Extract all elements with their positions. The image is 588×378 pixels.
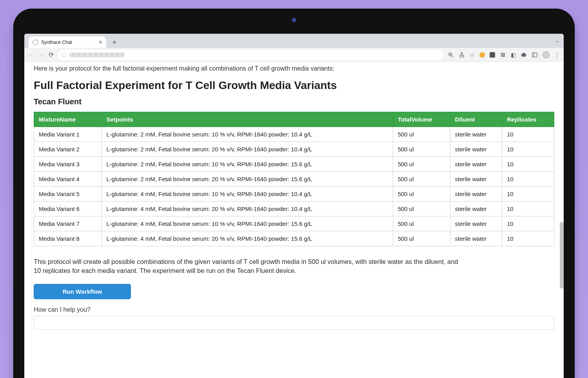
- cell-replicates: 10: [502, 142, 554, 157]
- cell-setpoints: L-glutamine: 4 mM, Fetal bovine serum: 1…: [102, 216, 393, 231]
- site-info-icon[interactable]: [62, 53, 66, 57]
- zoom-icon[interactable]: [448, 52, 454, 58]
- cell-name: Media Variant 6: [34, 202, 102, 216]
- cell-name: Media Variant 7: [34, 216, 102, 231]
- cell-replicates: 10: [502, 216, 554, 231]
- cell-volume: 500 ul: [393, 157, 450, 172]
- tab-synthace-chat[interactable]: Synthace Chat ×: [28, 36, 107, 48]
- cell-diluent: sterile water: [450, 202, 502, 216]
- sidebar-toggle-icon[interactable]: [532, 52, 538, 58]
- bookmark-star-icon[interactable]: ☆: [470, 52, 475, 58]
- cell-name: Media Variant 2: [34, 142, 102, 157]
- cell-volume: 500 ul: [393, 187, 450, 202]
- page-content: Here is your protocol for the full facto…: [24, 62, 564, 378]
- cell-volume: 500 ul: [393, 127, 450, 142]
- cell-diluent: sterile water: [450, 127, 502, 142]
- chevron-down-icon[interactable]: ⌄: [555, 37, 560, 44]
- back-button[interactable]: ←: [28, 51, 34, 58]
- tabstrip: Synthace Chat × + ⌄: [24, 34, 564, 48]
- cell-diluent: sterile water: [450, 142, 502, 157]
- intro-text: Here is your protocol for the full facto…: [34, 65, 554, 72]
- cell-volume: 500 ul: [393, 202, 450, 216]
- prompt-label: How can I help you?: [34, 306, 554, 313]
- forward-button[interactable]: →: [38, 51, 45, 58]
- page-title: Full Factorial Experiment for T Cell Gro…: [34, 79, 554, 92]
- share-icon[interactable]: [459, 52, 465, 58]
- cell-volume: 500 ul: [393, 172, 450, 187]
- cell-replicates: 10: [502, 231, 554, 246]
- cell-volume: 500 ul: [393, 231, 450, 246]
- cell-setpoints: L-glutamine: 4 mM, Fetal bovine serum: 2…: [102, 231, 393, 246]
- table-row: Media Variant 7L-glutamine: 4 mM, Fetal …: [34, 216, 554, 231]
- cell-name: Media Variant 4: [34, 172, 102, 187]
- profile-avatar[interactable]: [543, 51, 550, 58]
- col-replicates: Replicates: [502, 112, 554, 127]
- table-row: Media Variant 5L-glutamine: 4 mM, Fetal …: [34, 187, 554, 202]
- camera-dot: [292, 18, 296, 22]
- col-total-volume: TotalVolume: [393, 112, 450, 127]
- cell-replicates: 10: [502, 187, 554, 202]
- table-row: Media Variant 1L-glutamine: 2 mM, Fetal …: [34, 127, 554, 142]
- kebab-menu-icon[interactable]: ⋮: [554, 52, 560, 58]
- toolbar: ← → ⟳ ☆: [24, 48, 564, 62]
- cell-diluent: sterile water: [450, 157, 502, 172]
- extension-icon-2[interactable]: ◧: [511, 52, 516, 58]
- extension-square-icon[interactable]: [490, 52, 495, 58]
- cell-replicates: 10: [502, 172, 554, 187]
- cell-name: Media Variant 5: [34, 187, 102, 202]
- table-row: Media Variant 8L-glutamine: 4 mM, Fetal …: [34, 231, 554, 246]
- cell-setpoints: L-glutamine: 4 mM, Fetal bovine serum: 1…: [102, 187, 393, 202]
- extension-dot-orange[interactable]: [479, 52, 485, 58]
- cell-volume: 500 ul: [393, 142, 450, 157]
- table-row: Media Variant 2L-glutamine: 2 mM, Fetal …: [34, 142, 554, 157]
- new-tab-button[interactable]: +: [109, 37, 120, 48]
- device-frame: Synthace Chat × + ⌄ ← → ⟳: [13, 9, 575, 378]
- extensions-puzzle-icon[interactable]: [521, 52, 527, 58]
- table-header-row: MixtureName Setpoints TotalVolume Diluen…: [34, 112, 554, 127]
- cell-diluent: sterile water: [450, 172, 502, 187]
- col-mixture-name: MixtureName: [34, 112, 102, 127]
- run-workflow-button[interactable]: Run Workflow: [34, 284, 131, 299]
- cell-name: Media Variant 3: [34, 157, 102, 172]
- cell-diluent: sterile water: [450, 231, 502, 246]
- svg-line-1: [452, 56, 453, 57]
- cell-name: Media Variant 8: [34, 231, 102, 246]
- protocol-description: This protocol will create all possible c…: [34, 257, 465, 275]
- factorial-table: MixtureName Setpoints TotalVolume Diluen…: [34, 112, 554, 246]
- close-icon[interactable]: ×: [99, 40, 102, 45]
- cell-setpoints: L-glutamine: 2 mM, Fetal bovine serum: 2…: [102, 142, 393, 157]
- table-row: Media Variant 3L-glutamine: 2 mM, Fetal …: [34, 157, 554, 172]
- url-blurred: [69, 53, 124, 57]
- tab-title: Synthace Chat: [41, 40, 96, 45]
- cell-name: Media Variant 1: [34, 127, 102, 142]
- reload-button[interactable]: ⟳: [49, 51, 54, 58]
- cell-diluent: sterile water: [450, 187, 502, 202]
- cell-replicates: 10: [502, 127, 554, 142]
- col-diluent: Diluent: [450, 112, 502, 127]
- svg-rect-5: [532, 53, 537, 57]
- table-row: Media Variant 4L-glutamine: 2 mM, Fetal …: [34, 172, 554, 187]
- cell-setpoints: L-glutamine: 2 mM, Fetal bovine serum: 1…: [102, 127, 393, 142]
- device-heading: Tecan Fluent: [34, 97, 554, 106]
- cell-volume: 500 ul: [393, 216, 450, 231]
- globe-icon: [33, 40, 38, 45]
- browser-window: Synthace Chat × + ⌄ ← → ⟳: [24, 34, 564, 378]
- cell-setpoints: L-glutamine: 4 mM, Fetal bovine serum: 2…: [102, 202, 393, 216]
- col-setpoints: Setpoints: [102, 112, 393, 127]
- table-row: Media Variant 6L-glutamine: 4 mM, Fetal …: [34, 202, 554, 216]
- cell-diluent: sterile water: [450, 216, 502, 231]
- cell-setpoints: L-glutamine: 2 mM, Fetal bovine serum: 1…: [102, 157, 393, 172]
- extension-icon-1[interactable]: [500, 52, 506, 58]
- omnibox[interactable]: [58, 50, 444, 60]
- cell-replicates: 10: [502, 202, 554, 216]
- cell-replicates: 10: [502, 157, 554, 172]
- prompt-input[interactable]: [34, 316, 554, 330]
- cell-setpoints: L-glutamine: 2 mM, Fetal bovine serum: 2…: [102, 172, 393, 187]
